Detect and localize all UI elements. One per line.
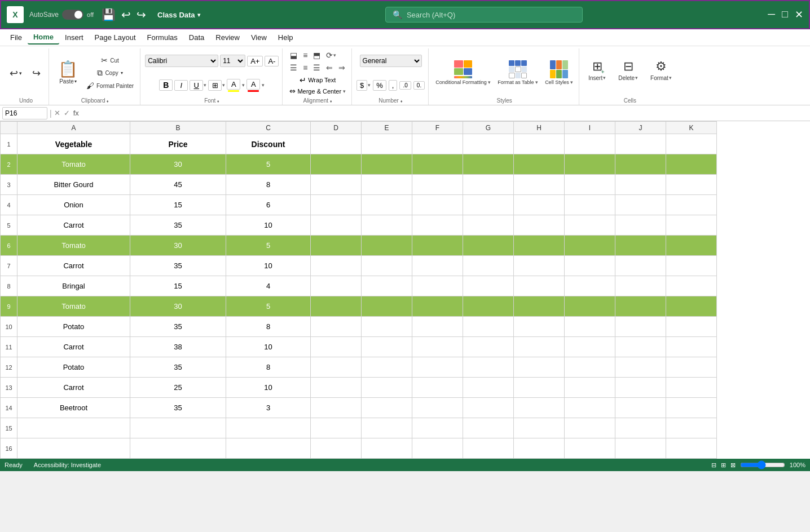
formula-cancel-icon[interactable]: ✕: [54, 109, 60, 117]
cell-13-1[interactable]: 25: [130, 378, 226, 398]
row-header-14[interactable]: 14: [1, 398, 17, 418]
undo-dd[interactable]: ▾: [19, 70, 22, 76]
cell-1-9[interactable]: [615, 134, 666, 154]
cell-6-3[interactable]: [311, 236, 362, 256]
cell-9-3[interactable]: [311, 296, 362, 317]
row-header-9[interactable]: 9: [1, 296, 17, 317]
cell-14-8[interactable]: [565, 398, 615, 418]
cell-7-10[interactable]: [666, 256, 717, 276]
menu-file[interactable]: File: [5, 31, 28, 44]
cell-11-10[interactable]: [666, 337, 717, 357]
cell-14-7[interactable]: [514, 398, 565, 418]
cell-8-10[interactable]: [666, 276, 717, 296]
cell-12-2[interactable]: 8: [226, 357, 311, 378]
menu-formulas[interactable]: Formulas: [142, 31, 183, 44]
zoom-slider[interactable]: [740, 460, 785, 469]
cell-12-6[interactable]: [463, 357, 514, 378]
align-right-btn[interactable]: ☰: [311, 62, 323, 73]
cell-7-2[interactable]: 10: [226, 256, 311, 276]
cell-2-4[interactable]: [362, 154, 412, 175]
cell-9-7[interactable]: [514, 296, 565, 317]
cell-16-10[interactable]: [666, 438, 717, 459]
cell-9-10[interactable]: [666, 296, 717, 317]
col-header-c[interactable]: C: [226, 122, 311, 134]
cell-8-3[interactable]: [311, 276, 362, 296]
cell-2-9[interactable]: [615, 154, 666, 175]
menu-insert[interactable]: Insert: [59, 31, 89, 44]
spreadsheet-container[interactable]: A B C D E F G H I J K 1VegetablePriceDis…: [0, 121, 810, 459]
cell-14-0[interactable]: Beetroot: [17, 398, 130, 418]
cell-3-6[interactable]: [463, 175, 514, 195]
cell-14-2[interactable]: 3: [226, 398, 311, 418]
font-color-btn[interactable]: A: [246, 79, 260, 90]
search-box[interactable]: 🔍 Search (Alt+Q): [385, 7, 583, 23]
cell-6-1[interactable]: 30: [130, 236, 226, 256]
align-top-right-btn[interactable]: ⬒: [311, 50, 323, 61]
cell-4-10[interactable]: [666, 195, 717, 215]
cell-15-6[interactable]: [463, 418, 514, 438]
cell-2-1[interactable]: 30: [130, 154, 226, 175]
col-header-b[interactable]: B: [130, 122, 226, 134]
cell-12-4[interactable]: [362, 357, 412, 378]
merge-center-btn[interactable]: ⇔ Merge & Center ▾: [287, 86, 348, 96]
cell-3-7[interactable]: [514, 175, 565, 195]
cell-11-3[interactable]: [311, 337, 362, 357]
cell-15-4[interactable]: [362, 418, 412, 438]
cell-16-7[interactable]: [514, 438, 565, 459]
cell-1-5[interactable]: [412, 134, 463, 154]
cell-8-7[interactable]: [514, 276, 565, 296]
cell-2-10[interactable]: [666, 154, 717, 175]
borders-dd[interactable]: ▾: [222, 82, 225, 88]
cell-14-1[interactable]: 35: [130, 398, 226, 418]
cell-3-2[interactable]: 8: [226, 175, 311, 195]
cell-11-8[interactable]: [565, 337, 615, 357]
cell-5-9[interactable]: [615, 215, 666, 236]
autosave-toggle[interactable]: [62, 10, 83, 20]
cell-16-0[interactable]: [17, 438, 130, 459]
cell-1-8[interactable]: [565, 134, 615, 154]
cell-7-6[interactable]: [463, 256, 514, 276]
format-btn[interactable]: ⚙ Format ▾: [646, 52, 676, 88]
cell-5-1[interactable]: 35: [130, 215, 226, 236]
font-size-select[interactable]: 11: [220, 55, 245, 67]
save-icon[interactable]: 💾: [102, 8, 116, 21]
cell-12-10[interactable]: [666, 357, 717, 378]
comma-btn[interactable]: ,: [389, 80, 398, 91]
cell-4-6[interactable]: [463, 195, 514, 215]
cell-5-6[interactable]: [463, 215, 514, 236]
fill-color-dd[interactable]: ▾: [242, 82, 245, 88]
cell-1-1[interactable]: Price: [130, 134, 226, 154]
cell-15-9[interactable]: [615, 418, 666, 438]
cell-5-0[interactable]: Carrot: [17, 215, 130, 236]
cell-9-6[interactable]: [463, 296, 514, 317]
increase-font-btn[interactable]: A+: [247, 56, 263, 66]
close-btn[interactable]: ✕: [795, 8, 803, 21]
cell-10-4[interactable]: [362, 317, 412, 337]
cell-12-3[interactable]: [311, 357, 362, 378]
cell-2-6[interactable]: [463, 154, 514, 175]
cell-10-5[interactable]: [412, 317, 463, 337]
cell-3-3[interactable]: [311, 175, 362, 195]
font-color-dd[interactable]: ▾: [262, 82, 265, 88]
row-header-10[interactable]: 10: [1, 317, 17, 337]
maximize-btn[interactable]: □: [782, 8, 788, 21]
cell-11-1[interactable]: 38: [130, 337, 226, 357]
menu-view[interactable]: View: [245, 31, 272, 44]
cell-11-0[interactable]: Carrot: [17, 337, 130, 357]
indent-decrease-btn[interactable]: ⇐: [324, 62, 335, 73]
cell-13-0[interactable]: Carrot: [17, 378, 130, 398]
cell-12-8[interactable]: [565, 357, 615, 378]
col-header-h[interactable]: H: [514, 122, 565, 134]
cell-3-5[interactable]: [412, 175, 463, 195]
indent-increase-btn[interactable]: ⇒: [336, 62, 347, 73]
decrease-font-btn[interactable]: A-: [265, 56, 279, 66]
cell-6-7[interactable]: [514, 236, 565, 256]
cell-4-2[interactable]: 6: [226, 195, 311, 215]
cell-1-2[interactable]: Discount: [226, 134, 311, 154]
cell-8-6[interactable]: [463, 276, 514, 296]
cell-1-10[interactable]: [666, 134, 717, 154]
cell-13-7[interactable]: [514, 378, 565, 398]
cell-7-9[interactable]: [615, 256, 666, 276]
menu-review[interactable]: Review: [210, 31, 245, 44]
cell-7-4[interactable]: [362, 256, 412, 276]
